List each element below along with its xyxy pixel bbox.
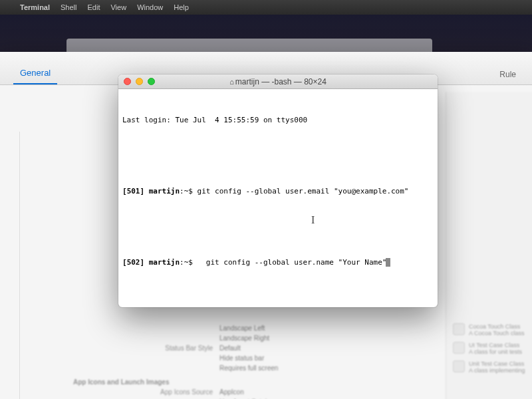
tab-general[interactable]: General bbox=[13, 63, 57, 84]
terminal-blank-line bbox=[122, 222, 434, 233]
close-button[interactable] bbox=[124, 78, 131, 85]
tab-rules[interactable]: Rule bbox=[497, 65, 519, 84]
bg-value: Default bbox=[219, 344, 241, 352]
background-tab-strip bbox=[66, 39, 432, 52]
menubar-item-edit[interactable]: Edit bbox=[88, 3, 100, 11]
bg-label bbox=[140, 364, 213, 372]
list-item-title: Cocoa Touch Class bbox=[469, 323, 524, 330]
bg-value: Landscape Left bbox=[219, 325, 265, 332]
list-item-subtitle: A Cocoa Touch class bbox=[469, 330, 524, 336]
bg-label bbox=[140, 334, 213, 342]
background-right-sidebar: Cocoa Touch ClassA Cocoa Touch class UI … bbox=[446, 92, 532, 399]
terminal-title-text: martijn — -bash — 80×24 bbox=[235, 77, 327, 86]
list-item: Cocoa Touch ClassA Cocoa Touch class bbox=[453, 323, 532, 336]
history-number: 502 bbox=[127, 258, 140, 267]
list-item-subtitle: A class implementing bbox=[469, 367, 525, 374]
command-text: git config --global user.email "you@exam… bbox=[198, 187, 409, 196]
bg-label bbox=[140, 354, 213, 362]
bg-value: AppIcon bbox=[219, 388, 244, 396]
menubar-item-window[interactable]: Window bbox=[137, 3, 163, 11]
command-text: git config --global user.name "Your Name… bbox=[198, 258, 387, 267]
list-item-title: UI Test Case Class bbox=[469, 342, 522, 348]
terminal-body[interactable]: Last login: Tue Jul 4 15:55:59 on ttys00… bbox=[118, 89, 438, 295]
terminal-line: [502] martijn:~$ git config --global use… bbox=[122, 257, 434, 269]
bg-value: Hide status bar bbox=[219, 354, 264, 362]
history-number: 501 bbox=[127, 187, 140, 196]
template-thumb-icon bbox=[453, 342, 465, 354]
terminal-cursor bbox=[386, 258, 390, 267]
terminal-titlebar[interactable]: ⌂martijn — -bash — 80×24 bbox=[118, 74, 438, 89]
minimize-button[interactable] bbox=[136, 78, 143, 85]
terminal-line: [501] martijn:~$ git config --global use… bbox=[122, 186, 434, 198]
bg-value: Requires full screen bbox=[219, 364, 278, 372]
terminal-blank-line bbox=[122, 151, 434, 162]
bg-value: Landscape Right bbox=[219, 334, 269, 342]
menubar-app-name[interactable]: Terminal bbox=[20, 3, 50, 11]
window-controls bbox=[124, 78, 155, 85]
menubar-item-view[interactable]: View bbox=[110, 3, 126, 11]
bg-label: Status Bar Style bbox=[140, 344, 213, 352]
bg-label bbox=[140, 325, 213, 332]
list-item: Unit Test Case ClassA class implementing bbox=[453, 360, 532, 374]
list-item-subtitle: A class for unit tests bbox=[469, 348, 522, 355]
maximize-button[interactable] bbox=[148, 78, 155, 85]
menubar-item-shell[interactable]: Shell bbox=[61, 3, 76, 11]
terminal-title: ⌂martijn — -bash — 80×24 bbox=[118, 77, 438, 86]
terminal-last-login: Last login: Tue Jul 4 15:55:59 on ttys00… bbox=[122, 115, 434, 126]
mac-menubar: Terminal Shell Edit View Window Help bbox=[0, 0, 532, 15]
menubar-item-help[interactable]: Help bbox=[174, 3, 189, 11]
home-icon: ⌂ bbox=[229, 78, 234, 86]
prompt-user: martijn bbox=[149, 258, 180, 267]
terminal-window[interactable]: ⌂martijn — -bash — 80×24 Last login: Tue… bbox=[118, 74, 438, 307]
list-item-title: Unit Test Case Class bbox=[469, 360, 525, 367]
list-item: UI Test Case ClassA class for unit tests bbox=[453, 342, 532, 355]
template-thumb-icon bbox=[453, 323, 465, 335]
template-thumb-icon bbox=[453, 360, 465, 372]
bg-label: App Icons Source bbox=[140, 388, 213, 396]
prompt-user: martijn bbox=[149, 187, 180, 196]
